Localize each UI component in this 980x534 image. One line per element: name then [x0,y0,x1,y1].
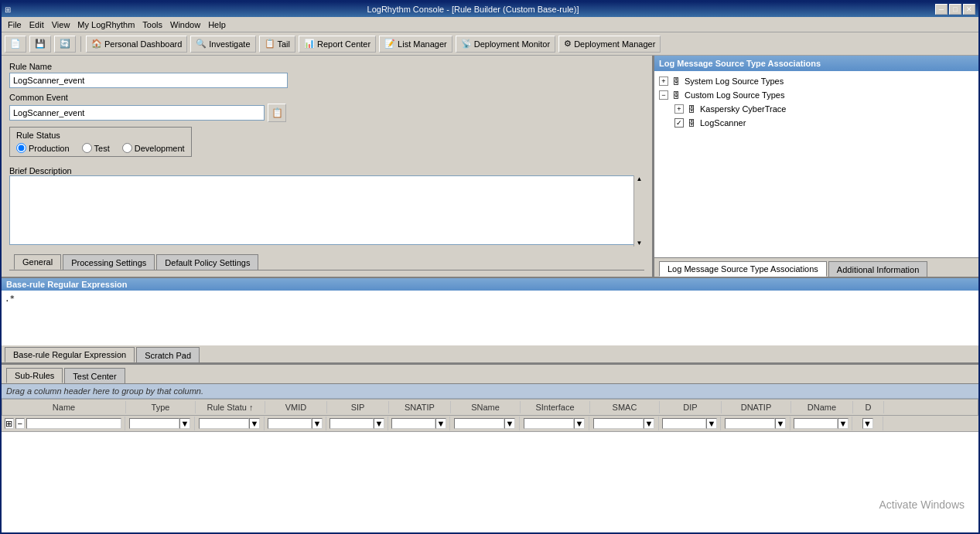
filter-type-input[interactable] [129,418,179,429]
regex-content[interactable]: .* [2,291,978,345]
radio-group: Production Test Development [16,143,185,153]
filter-status-input[interactable] [199,418,249,429]
tab-general[interactable]: General [14,254,61,270]
filter-d-btn[interactable]: ▼ [862,418,873,429]
investigate-button[interactable]: 🔍 Investigate [190,36,255,53]
filter-dip-input[interactable] [662,418,706,429]
scroll-down[interactable]: ▼ [634,240,644,247]
filter-vmid-btn[interactable]: ▼ [312,418,323,429]
menu-mylogrhythm[interactable]: My LogRhythm [74,19,138,30]
filter-status-btn[interactable]: ▼ [249,418,260,429]
deployment-monitor-button[interactable]: 📡 Deployment Monitor [456,36,555,53]
rule-name-label: Rule Name [9,62,644,71]
filter-dnatip-btn[interactable]: ▼ [775,418,786,429]
filter-dip-btn[interactable]: ▼ [706,418,717,429]
menu-view[interactable]: View [49,19,73,30]
filter-dname-btn[interactable]: ▼ [838,418,849,429]
radio-development-input[interactable] [122,143,132,153]
tree-item-kaspersky[interactable]: + 🗄 Kaspersky CyberTrace [657,102,975,116]
col-header-dname[interactable]: DName [791,401,853,413]
brief-description-row: Brief Description ▲ ▼ [9,166,644,247]
refresh-button[interactable]: 🔄 [54,36,76,53]
common-event-input[interactable] [9,105,265,121]
menu-tools[interactable]: Tools [139,19,166,30]
filter-smac-btn[interactable]: ▼ [644,418,654,429]
col-header-vmid[interactable]: VMID [265,401,327,413]
filter-vmid-input[interactable] [268,418,312,429]
filter-sinterface-input[interactable] [524,418,574,429]
tab-base-rule-regex[interactable]: Base-rule Regular Expression [5,347,135,362]
filter-type-btn[interactable]: ▼ [179,418,190,429]
col-header-type[interactable]: Type [126,401,196,413]
menu-window[interactable]: Window [167,19,203,30]
right-tab-additional[interactable]: Additional Information [828,261,927,277]
menu-help[interactable]: Help [205,19,229,30]
rule-name-input[interactable] [9,73,288,88]
report-center-button[interactable]: 📊 Report Center [299,36,376,53]
radio-test-input[interactable] [82,143,92,153]
common-event-picker-button[interactable]: 📋 [268,104,286,122]
upper-content: Rule Name Common Event 📋 R [2,56,978,277]
dashboard-icon: 🏠 [91,39,102,49]
new-button[interactable]: 📄 [5,36,26,53]
scroll-up[interactable]: ▲ [634,175,644,182]
test-center-tab[interactable]: Test Center [64,368,125,383]
personal-dashboard-button[interactable]: 🏠 Personal Dashboard [86,36,187,53]
restore-button[interactable]: □ [949,4,961,15]
tree-item-custom[interactable]: − 🗄 Custom Log Source Types [657,88,975,102]
col-header-dip[interactable]: DIP [660,401,722,413]
filter-smac-input[interactable] [593,418,644,429]
radio-test[interactable]: Test [82,143,110,153]
tail-button[interactable]: 📋 Tail [259,36,296,53]
save-icon: 💾 [35,39,46,49]
expand-system[interactable]: + [659,77,668,86]
expand-kaspersky[interactable]: + [674,104,684,114]
deployment-manager-button[interactable]: ⚙ Deployment Manager [558,36,661,53]
regex-textarea[interactable]: .* [5,294,975,340]
checkbox-logscanner[interactable]: ✓ [674,118,684,128]
close-button[interactable]: ✕ [963,4,975,15]
radio-production[interactable]: Production [16,143,70,153]
col-header-sip[interactable]: SIP [327,401,389,413]
filter-sname-btn[interactable]: ▼ [504,418,515,429]
list-manager-button[interactable]: 📝 List Manager [379,36,452,53]
filter-sip-input[interactable] [330,418,374,429]
col-header-status[interactable]: Rule Statu ↑ [196,401,265,413]
tree-item-system[interactable]: + 🗄 System Log Source Types [657,74,975,88]
col-header-snatip[interactable]: SNATIP [389,401,451,413]
col-header-d[interactable]: D [853,401,884,413]
menu-file[interactable]: File [5,19,25,30]
filter-snatip-input[interactable] [391,418,435,429]
tab-default-policy-settings[interactable]: Default Policy Settings [156,254,258,270]
filter-sinterface-btn[interactable]: ▼ [574,418,585,429]
grid-body[interactable] [2,432,978,534]
window-title: LogRhythm Console - [Rule Builder (Custo… [11,5,935,14]
col-header-name[interactable]: Name [2,401,126,413]
radio-production-input[interactable] [16,143,26,153]
expand-custom[interactable]: − [659,90,668,100]
filter-sip-btn[interactable]: ▼ [374,418,384,429]
filter-dname-input[interactable] [794,418,838,429]
col-header-sinterface[interactable]: SInterface [521,401,590,413]
filter-name-icon1[interactable]: ⊞ [5,418,14,429]
main-window: ⊞ LogRhythm Console - [Rule Builder (Cus… [0,0,980,534]
filter-snatip-btn[interactable]: ▼ [435,418,446,429]
right-tab-associations[interactable]: Log Message Source Type Associations [659,261,827,277]
minimize-button[interactable]: ─ [935,4,948,15]
filter-sname-input[interactable] [454,418,504,429]
rule-name-row: Rule Name [9,62,644,88]
col-header-sname[interactable]: SName [451,401,521,413]
col-header-smac[interactable]: SMAC [590,401,660,413]
filter-name-input[interactable] [26,418,121,429]
radio-development[interactable]: Development [122,143,185,153]
menu-edit[interactable]: Edit [26,19,47,30]
tab-scratch-pad[interactable]: Scratch Pad [136,347,200,362]
tree-item-logscanner[interactable]: ✓ 🗄 LogScanner [657,116,975,130]
brief-description-textarea[interactable] [9,175,644,245]
tab-processing-settings[interactable]: Processing Settings [63,254,155,270]
filter-dnatip-input[interactable] [725,418,775,429]
sub-rules-tab[interactable]: Sub-Rules [6,368,63,383]
filter-name-icon2[interactable]: − [15,418,25,429]
col-header-dnatip[interactable]: DNATIP [722,401,791,413]
save-button[interactable]: 💾 [29,36,51,53]
